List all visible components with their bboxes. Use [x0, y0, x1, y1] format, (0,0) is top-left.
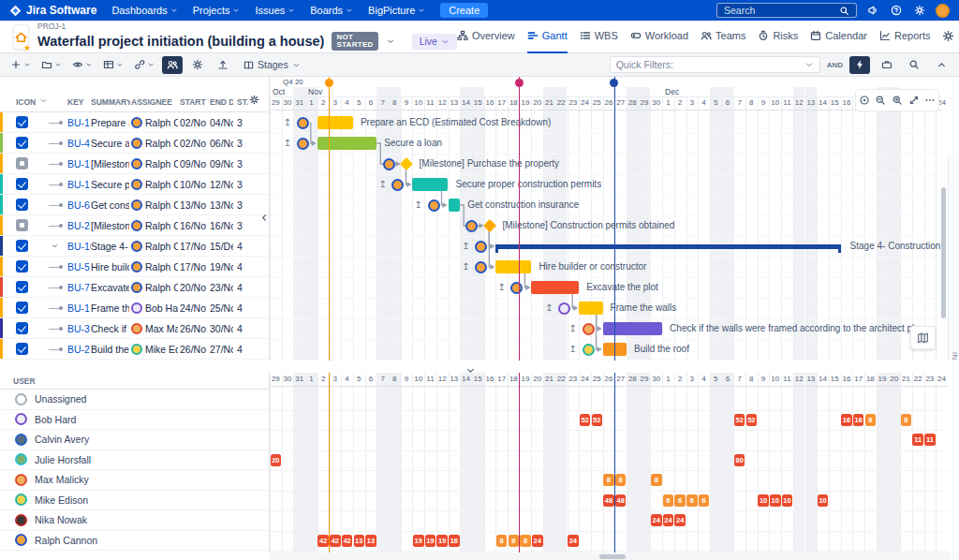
task-checkbox[interactable]: [16, 240, 28, 252]
user-row[interactable]: Calvin Avery: [0, 430, 269, 450]
live-dropdown[interactable]: Live: [412, 34, 457, 50]
tab-wbs[interactable]: WBS: [580, 21, 618, 53]
user-row[interactable]: Max Malicky: [0, 470, 269, 491]
tab-teams[interactable]: Teams: [701, 21, 745, 53]
quick-filter-lightning-button[interactable]: [849, 56, 870, 74]
task-bar[interactable]: [603, 322, 663, 335]
tab-reports[interactable]: Reports: [879, 21, 931, 53]
deadline-marker-pin[interactable]: [515, 79, 524, 87]
column-header[interactable]: SUMMARY: [91, 97, 130, 107]
collapse-left-panel-button[interactable]: [259, 210, 270, 225]
task-checkbox[interactable]: [16, 199, 28, 211]
resources-button[interactable]: [162, 56, 183, 74]
quick-filters-dropdown[interactable]: Quick Filters:: [610, 56, 820, 73]
user-row[interactable]: Bob Hard: [0, 410, 269, 431]
vertical-scrollbar[interactable]: [941, 187, 946, 318]
table-settings-gear-icon[interactable]: [249, 95, 262, 107]
settings-icon[interactable]: [912, 3, 927, 18]
search-box[interactable]: [716, 3, 857, 18]
table-row[interactable]: BU-2[Milestone] Construction permits obt…: [0, 215, 269, 236]
task-checkbox[interactable]: [16, 322, 28, 334]
tab-risks[interactable]: Risks: [758, 21, 798, 53]
jira-brand[interactable]: Jira Software: [9, 4, 96, 17]
table-row[interactable]: BU-7Excavate the plotRalph Cannon20/Nov2…: [0, 277, 269, 298]
view-button[interactable]: [69, 56, 96, 74]
status-badge[interactable]: NOT STARTED: [332, 32, 377, 51]
table-row[interactable]: BU-6Get construction insuranceRalph Cann…: [0, 195, 269, 215]
stage-bar[interactable]: [495, 244, 840, 249]
tab-overview[interactable]: Overview: [457, 21, 515, 53]
settings-button[interactable]: [187, 56, 208, 74]
task-bar[interactable]: [531, 281, 579, 294]
task-checkbox[interactable]: [16, 281, 28, 293]
table-row[interactable]: BU-1Prepare an ECD (Estimated Cost Break…: [0, 112, 269, 133]
open-button[interactable]: [38, 56, 65, 74]
nav-item-boards[interactable]: Boards: [310, 5, 353, 16]
export-button[interactable]: [213, 56, 233, 74]
task-checkbox[interactable]: [16, 343, 28, 355]
task-bar[interactable]: [579, 302, 602, 315]
filter-operator-label[interactable]: AND: [827, 61, 843, 69]
milestone-type-icon[interactable]: [16, 219, 28, 231]
search-tasks-button[interactable]: [904, 56, 924, 74]
table-row[interactable]: BU-3Check if the walls were framed accor…: [0, 318, 269, 339]
more-options-button[interactable]: [924, 95, 936, 106]
column-header[interactable]: ICON: [16, 97, 40, 107]
add-button[interactable]: [7, 56, 34, 74]
column-header[interactable]: KEY: [67, 97, 90, 107]
minimap-button[interactable]: [910, 326, 936, 349]
scrollbar-thumb[interactable]: [599, 554, 626, 559]
nav-item-bigpicture[interactable]: BigPicture: [368, 5, 425, 16]
horizontal-scrollbar[interactable]: [270, 553, 948, 560]
search-input[interactable]: [722, 4, 836, 17]
nav-item-issues[interactable]: Issues: [255, 5, 295, 16]
user-row[interactable]: Mike Edison: [0, 491, 269, 511]
nav-item-projects[interactable]: Projects: [193, 5, 241, 16]
help-icon[interactable]: [889, 3, 904, 18]
task-bar[interactable]: [449, 199, 461, 212]
task-bar[interactable]: [412, 178, 448, 191]
zoom-in-button[interactable]: [892, 95, 903, 106]
table-row[interactable]: BU-4Secure a loanRalph Cannon02/Nov06/No…: [0, 133, 269, 154]
collapse-toolbar-button[interactable]: [931, 56, 952, 74]
task-checkbox[interactable]: [16, 178, 28, 190]
today-marker-pin[interactable]: [325, 79, 333, 87]
task-checkbox[interactable]: [16, 302, 28, 314]
task-bar[interactable]: [495, 260, 531, 273]
table-row[interactable]: BU-1Secure proper construction permitsRa…: [0, 174, 269, 195]
module-settings-gear[interactable]: [942, 21, 954, 53]
stages-dropdown[interactable]: Stages: [238, 56, 306, 74]
fullscreen-button[interactable]: [908, 95, 920, 106]
table-row[interactable]: BU-5Hire builder or constructorRalph Can…: [0, 257, 269, 277]
task-checkbox[interactable]: [16, 116, 28, 128]
user-row[interactable]: Julie Horsfall: [0, 450, 269, 471]
user-row[interactable]: Unassigned: [0, 390, 269, 410]
table-row[interactable]: BU-10Stage 4- ConstructionRalph Cannon17…: [0, 236, 269, 257]
tab-gantt[interactable]: Gantt: [527, 21, 568, 53]
tab-calendar[interactable]: Calendar: [810, 21, 867, 53]
milestone-type-icon[interactable]: [16, 157, 28, 169]
sort-icon[interactable]: [39, 96, 51, 107]
tab-workload[interactable]: Workload: [630, 21, 688, 53]
user-row[interactable]: Nika Nowak: [0, 510, 269, 531]
expand-chevron-icon[interactable]: [51, 241, 59, 252]
table-row[interactable]: BU-1Frame the wallsBob Hard24/Nov25/Nov4: [0, 298, 269, 318]
project-avatar[interactable]: ★: [13, 24, 29, 50]
column-header[interactable]: END DATE: [210, 97, 233, 107]
create-button[interactable]: Create: [440, 3, 488, 18]
user-row[interactable]: Ralph Cannon: [0, 531, 269, 552]
nav-item-dashboards[interactable]: Dashboards: [111, 5, 177, 16]
announcement-icon[interactable]: [865, 3, 880, 18]
layout-button[interactable]: [100, 56, 126, 74]
task-checkbox[interactable]: [16, 137, 28, 149]
task-bar[interactable]: [317, 116, 353, 129]
table-row[interactable]: BU-2Build the roofMike Edison26/Nov27/No…: [0, 339, 269, 360]
task-checkbox[interactable]: [16, 260, 28, 273]
table-row[interactable]: BU-1[Milestone] Purchase the propertyRal…: [0, 154, 269, 174]
dependencies-button[interactable]: [131, 56, 157, 74]
status-chevron-icon[interactable]: [386, 37, 395, 46]
briefcase-filter-button[interactable]: [877, 56, 897, 74]
zoom-out-button[interactable]: [875, 95, 886, 106]
user-avatar[interactable]: [936, 4, 950, 18]
column-header[interactable]: START DATE: [180, 97, 207, 107]
